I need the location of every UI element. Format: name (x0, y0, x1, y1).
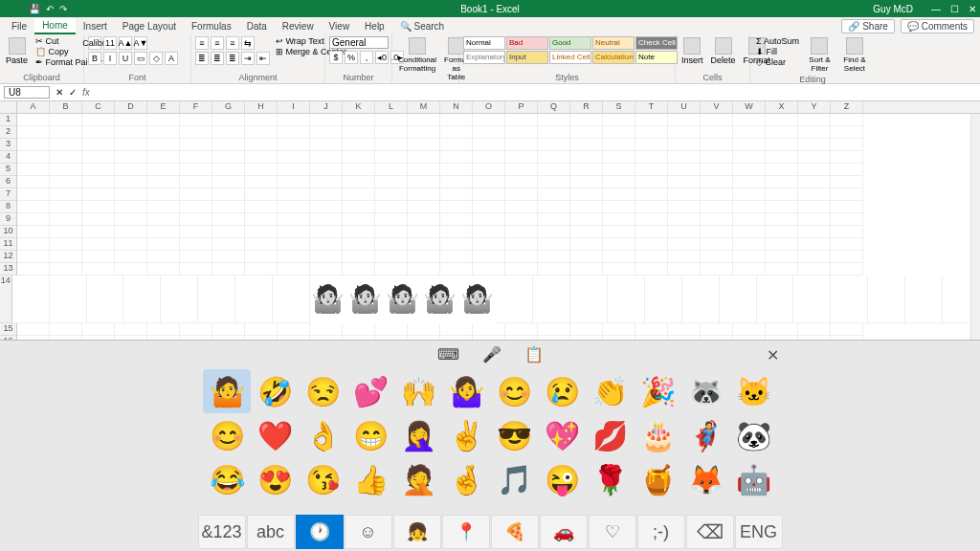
cell[interactable] (603, 213, 635, 226)
cell[interactable] (668, 323, 701, 336)
cell[interactable] (798, 126, 831, 139)
cell[interactable] (733, 323, 766, 336)
cell[interactable] (538, 164, 570, 176)
comma-icon[interactable]: , (360, 51, 373, 64)
cell[interactable] (766, 251, 798, 263)
cell[interactable] (701, 126, 733, 139)
cell[interactable] (212, 139, 245, 151)
cell[interactable] (212, 164, 245, 176)
border-button[interactable]: ▭ (134, 52, 147, 65)
cell[interactable] (570, 213, 603, 226)
cell[interactable] (766, 238, 798, 251)
cell[interactable] (408, 164, 440, 176)
col-header[interactable]: M (408, 101, 440, 113)
close-picker-button[interactable]: ✕ (767, 346, 779, 364)
cell[interactable] (375, 263, 408, 276)
cell[interactable] (212, 151, 245, 164)
emoji-item[interactable]: 🤷 (203, 369, 251, 413)
emoji-item[interactable]: 🎵 (490, 457, 538, 501)
cell[interactable] (798, 201, 831, 213)
cell[interactable] (505, 126, 538, 139)
cell[interactable] (868, 276, 905, 323)
cell[interactable] (635, 226, 668, 238)
cell[interactable] (82, 323, 115, 336)
cell[interactable] (212, 251, 245, 263)
cell[interactable] (570, 251, 603, 263)
user-name[interactable]: Guy McD (873, 4, 913, 14)
cell[interactable] (180, 139, 212, 151)
cell[interactable] (147, 176, 180, 188)
align-bottom-icon[interactable]: ≡ (226, 36, 239, 50)
cell[interactable] (245, 213, 278, 226)
cell[interactable] (310, 213, 343, 226)
cell[interactable] (82, 251, 115, 263)
emoji-item[interactable]: 😜 (538, 457, 586, 501)
cell[interactable] (212, 114, 245, 126)
cell[interactable] (50, 176, 82, 188)
cell[interactable] (147, 323, 180, 336)
emoji-item[interactable]: 😢 (538, 369, 586, 413)
cell[interactable] (212, 226, 245, 238)
cell[interactable] (408, 201, 440, 213)
style-cell[interactable]: Check Cell (635, 36, 678, 50)
bold-button[interactable]: B (88, 52, 101, 65)
insert-cells-button[interactable]: Insert (679, 36, 705, 66)
row-header[interactable]: 3 (0, 139, 17, 151)
cell[interactable] (115, 201, 147, 213)
style-cell[interactable]: Note (635, 51, 678, 64)
cell[interactable] (538, 139, 570, 151)
cell[interactable] (538, 201, 570, 213)
emoji-item[interactable]: 🐼 (729, 413, 777, 457)
cell[interactable] (570, 276, 608, 323)
style-cell[interactable]: Explanatory … (463, 51, 505, 64)
cell[interactable] (115, 226, 147, 238)
cell[interactable] (668, 201, 701, 213)
cell[interactable] (440, 238, 473, 251)
fx-icon[interactable]: fx (82, 87, 90, 98)
emoji-item[interactable]: 😂 (203, 457, 251, 501)
cell[interactable] (668, 263, 701, 276)
cell[interactable] (147, 139, 180, 151)
cell[interactable] (17, 323, 50, 336)
cell[interactable] (147, 164, 180, 176)
cell[interactable] (147, 126, 180, 139)
cell[interactable] (668, 188, 701, 201)
cell[interactable] (245, 139, 278, 151)
sort-filter-button[interactable]: Sort & Filter (805, 36, 835, 74)
cell[interactable] (245, 114, 278, 126)
cell[interactable] (278, 126, 310, 139)
cell[interactable] (798, 226, 831, 238)
autosum-button[interactable]: Σ AutoSum (754, 36, 801, 46)
emoji-category-button[interactable]: ENG (735, 515, 783, 549)
emoji-category-button[interactable]: 👧 (393, 515, 441, 549)
tab-data[interactable]: Data (239, 19, 275, 33)
cell[interactable] (82, 126, 115, 139)
style-cell[interactable]: Neutral (592, 36, 635, 50)
emoji-item[interactable]: 💖 (538, 413, 586, 457)
cell[interactable] (180, 201, 212, 213)
emoji-item[interactable]: 💋 (586, 413, 634, 457)
cell[interactable] (733, 114, 766, 126)
cell[interactable] (570, 114, 603, 126)
cell[interactable] (115, 238, 147, 251)
cell[interactable]: 🤷 (422, 276, 459, 323)
cell[interactable] (473, 188, 505, 201)
cell[interactable] (375, 226, 408, 238)
tab-formulas[interactable]: Formulas (184, 19, 239, 33)
cell[interactable] (440, 263, 473, 276)
cell[interactable] (278, 263, 310, 276)
cell[interactable] (278, 188, 310, 201)
cell[interactable] (440, 176, 473, 188)
cell[interactable] (505, 176, 538, 188)
cell[interactable] (212, 126, 245, 139)
row-header[interactable]: 11 (0, 238, 17, 251)
cell[interactable] (17, 263, 50, 276)
cell[interactable] (180, 263, 212, 276)
col-header[interactable]: Q (538, 101, 570, 113)
cell[interactable] (180, 126, 212, 139)
italic-button[interactable]: I (103, 52, 117, 65)
row-header[interactable]: 8 (0, 201, 17, 213)
cell[interactable] (831, 323, 863, 336)
align-center-icon[interactable]: ≣ (211, 52, 224, 65)
cell[interactable] (733, 139, 766, 151)
